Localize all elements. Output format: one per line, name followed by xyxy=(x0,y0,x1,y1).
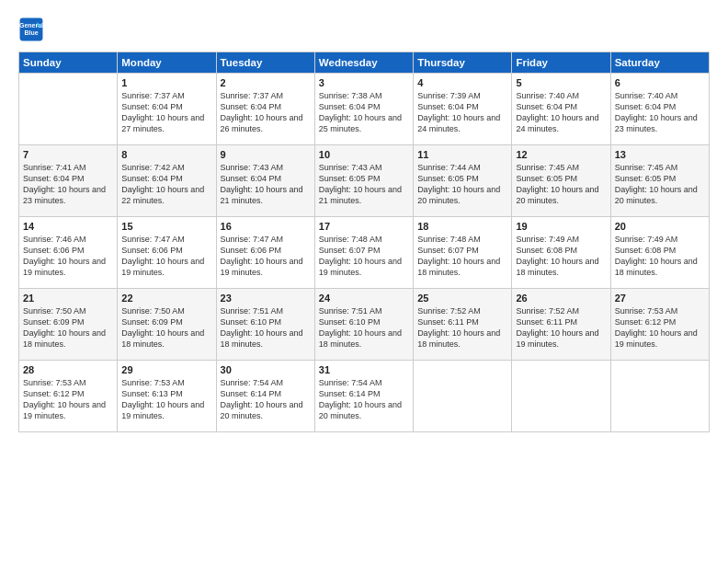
day-number: 8 xyxy=(121,149,211,160)
calendar-cell: 16 Sunrise: 7:47 AMSunset: 6:06 PMDaylig… xyxy=(216,217,314,289)
day-detail: Sunrise: 7:49 AMSunset: 6:08 PMDaylight:… xyxy=(615,234,705,279)
calendar-cell: 28 Sunrise: 7:53 AMSunset: 6:12 PMDaylig… xyxy=(19,361,118,432)
day-number: 28 xyxy=(23,364,113,375)
day-number: 30 xyxy=(221,364,311,375)
calendar-cell: 2 Sunrise: 7:37 AMSunset: 6:04 PMDayligh… xyxy=(216,74,314,145)
calendar-cell: 18 Sunrise: 7:48 AMSunset: 6:07 PMDaylig… xyxy=(414,217,512,289)
day-detail: Sunrise: 7:37 AMSunset: 6:04 PMDaylight:… xyxy=(221,90,311,135)
calendar-week-4: 21 Sunrise: 7:50 AMSunset: 6:09 PMDaylig… xyxy=(19,289,710,361)
day-number: 9 xyxy=(221,149,311,160)
weekday-header-row: SundayMondayTuesdayWednesdayThursdayFrid… xyxy=(19,52,710,74)
calendar-cell: 30 Sunrise: 7:54 AMSunset: 6:14 PMDaylig… xyxy=(216,361,314,432)
day-detail: Sunrise: 7:46 AMSunset: 6:06 PMDaylight:… xyxy=(23,234,113,279)
day-detail: Sunrise: 7:45 AMSunset: 6:05 PMDaylight:… xyxy=(516,162,606,207)
day-detail: Sunrise: 7:47 AMSunset: 6:06 PMDaylight:… xyxy=(221,234,311,279)
weekday-header-friday: Friday xyxy=(512,52,610,74)
day-detail: Sunrise: 7:51 AMSunset: 6:10 PMDaylight:… xyxy=(319,305,409,350)
day-detail: Sunrise: 7:48 AMSunset: 6:07 PMDaylight:… xyxy=(319,234,409,279)
day-detail: Sunrise: 7:45 AMSunset: 6:05 PMDaylight:… xyxy=(615,162,705,207)
calendar-cell: 6 Sunrise: 7:40 AMSunset: 6:04 PMDayligh… xyxy=(610,74,709,145)
calendar-cell: 25 Sunrise: 7:52 AMSunset: 6:11 PMDaylig… xyxy=(414,289,512,361)
weekday-header-thursday: Thursday xyxy=(414,52,512,74)
calendar-cell: 14 Sunrise: 7:46 AMSunset: 6:06 PMDaylig… xyxy=(19,217,118,289)
day-detail: Sunrise: 7:52 AMSunset: 6:11 PMDaylight:… xyxy=(516,305,606,350)
calendar-cell: 4 Sunrise: 7:39 AMSunset: 6:04 PMDayligh… xyxy=(414,74,512,145)
calendar-cell: 19 Sunrise: 7:49 AMSunset: 6:08 PMDaylig… xyxy=(512,217,610,289)
day-detail: Sunrise: 7:40 AMSunset: 6:04 PMDaylight:… xyxy=(615,90,705,135)
calendar-table: SundayMondayTuesdayWednesdayThursdayFrid… xyxy=(18,52,710,432)
day-detail: Sunrise: 7:52 AMSunset: 6:11 PMDaylight:… xyxy=(417,305,507,350)
header: General Blue xyxy=(18,17,710,42)
weekday-header-sunday: Sunday xyxy=(19,52,118,74)
day-detail: Sunrise: 7:43 AMSunset: 6:05 PMDaylight:… xyxy=(319,162,409,207)
day-detail: Sunrise: 7:42 AMSunset: 6:04 PMDaylight:… xyxy=(121,162,211,207)
day-detail: Sunrise: 7:37 AMSunset: 6:04 PMDaylight:… xyxy=(121,90,211,135)
day-number: 15 xyxy=(121,221,211,232)
day-number: 10 xyxy=(319,149,409,160)
calendar-cell: 20 Sunrise: 7:49 AMSunset: 6:08 PMDaylig… xyxy=(610,217,709,289)
day-number: 14 xyxy=(23,221,113,232)
calendar-cell: 17 Sunrise: 7:48 AMSunset: 6:07 PMDaylig… xyxy=(314,217,413,289)
day-detail: Sunrise: 7:39 AMSunset: 6:04 PMDaylight:… xyxy=(417,90,507,135)
day-number: 2 xyxy=(221,77,311,88)
calendar-cell xyxy=(610,361,709,432)
day-detail: Sunrise: 7:54 AMSunset: 6:14 PMDaylight:… xyxy=(319,377,409,422)
day-number: 25 xyxy=(417,293,507,304)
calendar-cell: 15 Sunrise: 7:47 AMSunset: 6:06 PMDaylig… xyxy=(118,217,216,289)
calendar-cell: 9 Sunrise: 7:43 AMSunset: 6:04 PMDayligh… xyxy=(216,145,314,217)
weekday-header-wednesday: Wednesday xyxy=(314,52,413,74)
day-number: 3 xyxy=(319,77,409,88)
weekday-header-tuesday: Tuesday xyxy=(216,52,314,74)
day-number: 17 xyxy=(319,221,409,232)
day-number: 4 xyxy=(417,77,507,88)
day-number: 12 xyxy=(516,149,606,160)
day-number: 1 xyxy=(121,77,211,88)
logo-icon: General Blue xyxy=(18,17,44,42)
day-number: 7 xyxy=(23,149,113,160)
day-number: 23 xyxy=(221,293,311,304)
calendar-week-3: 14 Sunrise: 7:46 AMSunset: 6:06 PMDaylig… xyxy=(19,217,710,289)
calendar-cell: 21 Sunrise: 7:50 AMSunset: 6:09 PMDaylig… xyxy=(19,289,118,361)
day-number: 11 xyxy=(417,149,507,160)
calendar-week-5: 28 Sunrise: 7:53 AMSunset: 6:12 PMDaylig… xyxy=(19,361,710,432)
calendar-cell: 3 Sunrise: 7:38 AMSunset: 6:04 PMDayligh… xyxy=(314,74,413,145)
day-number: 27 xyxy=(615,293,705,304)
calendar-cell: 29 Sunrise: 7:53 AMSunset: 6:13 PMDaylig… xyxy=(118,361,216,432)
day-number: 6 xyxy=(615,77,705,88)
day-number: 13 xyxy=(615,149,705,160)
day-number: 21 xyxy=(23,293,113,304)
calendar-cell: 5 Sunrise: 7:40 AMSunset: 6:04 PMDayligh… xyxy=(512,74,610,145)
day-detail: Sunrise: 7:38 AMSunset: 6:04 PMDaylight:… xyxy=(319,90,409,135)
day-number: 26 xyxy=(516,293,606,304)
day-number: 20 xyxy=(615,221,705,232)
weekday-header-monday: Monday xyxy=(118,52,216,74)
calendar-cell xyxy=(512,361,610,432)
calendar-cell: 22 Sunrise: 7:50 AMSunset: 6:09 PMDaylig… xyxy=(118,289,216,361)
day-number: 19 xyxy=(516,221,606,232)
calendar-cell: 7 Sunrise: 7:41 AMSunset: 6:04 PMDayligh… xyxy=(19,145,118,217)
day-detail: Sunrise: 7:48 AMSunset: 6:07 PMDaylight:… xyxy=(417,234,507,279)
day-detail: Sunrise: 7:51 AMSunset: 6:10 PMDaylight:… xyxy=(221,305,311,350)
day-detail: Sunrise: 7:44 AMSunset: 6:05 PMDaylight:… xyxy=(417,162,507,207)
logo: General Blue xyxy=(18,17,48,42)
day-number: 24 xyxy=(319,293,409,304)
calendar-cell: 10 Sunrise: 7:43 AMSunset: 6:05 PMDaylig… xyxy=(314,145,413,217)
calendar-cell: 24 Sunrise: 7:51 AMSunset: 6:10 PMDaylig… xyxy=(314,289,413,361)
day-number: 18 xyxy=(417,221,507,232)
day-detail: Sunrise: 7:50 AMSunset: 6:09 PMDaylight:… xyxy=(121,305,211,350)
calendar-cell: 23 Sunrise: 7:51 AMSunset: 6:10 PMDaylig… xyxy=(216,289,314,361)
calendar-cell xyxy=(19,74,118,145)
day-detail: Sunrise: 7:54 AMSunset: 6:14 PMDaylight:… xyxy=(221,377,311,422)
day-number: 29 xyxy=(121,364,211,375)
calendar-cell: 1 Sunrise: 7:37 AMSunset: 6:04 PMDayligh… xyxy=(118,74,216,145)
calendar-cell: 12 Sunrise: 7:45 AMSunset: 6:05 PMDaylig… xyxy=(512,145,610,217)
day-detail: Sunrise: 7:53 AMSunset: 6:13 PMDaylight:… xyxy=(121,377,211,422)
day-detail: Sunrise: 7:50 AMSunset: 6:09 PMDaylight:… xyxy=(23,305,113,350)
calendar-cell xyxy=(414,361,512,432)
svg-text:Blue: Blue xyxy=(24,29,38,36)
calendar-week-2: 7 Sunrise: 7:41 AMSunset: 6:04 PMDayligh… xyxy=(19,145,710,217)
calendar-cell: 26 Sunrise: 7:52 AMSunset: 6:11 PMDaylig… xyxy=(512,289,610,361)
calendar-cell: 27 Sunrise: 7:53 AMSunset: 6:12 PMDaylig… xyxy=(610,289,709,361)
page: General Blue SundayMondayTuesdayWednesda… xyxy=(0,0,728,563)
day-number: 22 xyxy=(121,293,211,304)
